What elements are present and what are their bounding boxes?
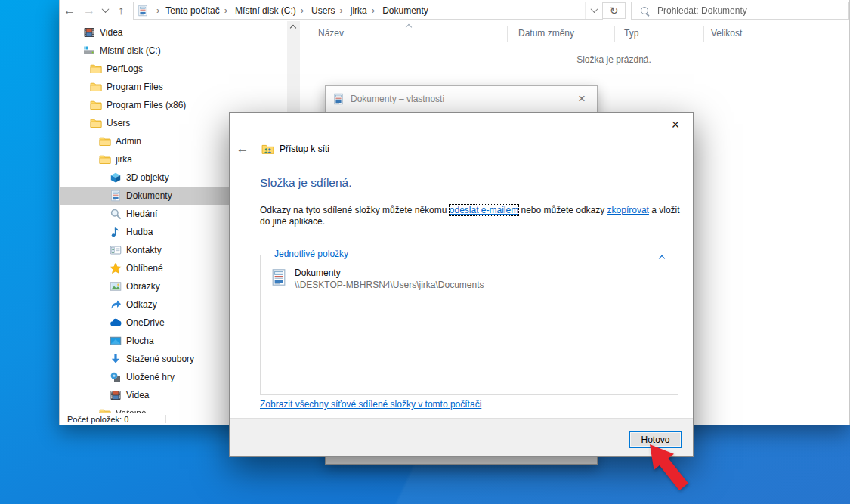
picture-icon bbox=[110, 280, 122, 292]
search-input[interactable] bbox=[656, 5, 848, 17]
navigation-toolbar: ← → ↑ › Tento počítač›Místní disk (C:)›U… bbox=[60, 0, 849, 20]
copy-link[interactable]: zkopírovat bbox=[607, 205, 649, 215]
breadcrumb-separator-icon: › bbox=[335, 5, 347, 17]
scroll-up-icon[interactable] bbox=[290, 25, 296, 31]
properties-dialog-title: Dokumenty – vlastnosti bbox=[351, 94, 567, 104]
group-label: Jednotlivé položky bbox=[268, 249, 354, 259]
film-icon bbox=[83, 26, 95, 39]
sidebar-item[interactable]: Místní disk (C:) bbox=[60, 42, 301, 60]
folder-icon bbox=[90, 81, 102, 93]
forward-button[interactable]: → bbox=[79, 2, 99, 20]
dialog-footer: Hotovo bbox=[230, 418, 693, 456]
folder-location-icon bbox=[137, 5, 149, 17]
breadcrumb-separator-icon: › bbox=[220, 5, 232, 17]
folder-icon bbox=[90, 63, 102, 75]
search-box[interactable] bbox=[631, 2, 849, 20]
documents-icon bbox=[332, 93, 345, 105]
breadcrumb-item[interactable]: Users› bbox=[310, 5, 349, 17]
folder-icon bbox=[99, 135, 111, 147]
refresh-button[interactable]: ↻ bbox=[603, 2, 626, 19]
show-all-shares-link[interactable]: Zobrazit všechny síťové sdílené složky v… bbox=[260, 399, 481, 410]
star-icon bbox=[110, 262, 122, 274]
link-icon bbox=[110, 298, 122, 311]
collapse-group-icon[interactable] bbox=[655, 250, 669, 264]
sidebar-item[interactable]: Program Files bbox=[60, 78, 301, 96]
empty-folder-message: Složka je prázdná. bbox=[379, 54, 849, 65]
column-headers: Název Datum změny Typ Velikost bbox=[303, 25, 849, 43]
film-icon bbox=[110, 389, 122, 401]
documents-icon bbox=[270, 267, 288, 287]
shared-item-path: \\DESKTOP-MBHRSN4\Users\jirka\Documents bbox=[295, 280, 484, 290]
drive-icon bbox=[83, 45, 95, 57]
send-email-link[interactable]: odeslat e-mailem bbox=[450, 205, 518, 215]
desktop-icon bbox=[110, 335, 122, 347]
folder-icon bbox=[90, 117, 102, 129]
breadcrumb-item[interactable]: Tento počítač› bbox=[164, 5, 233, 17]
annotation-arrow bbox=[635, 437, 703, 504]
folder-icon bbox=[90, 99, 102, 111]
breadcrumb-item[interactable]: Dokumenty› bbox=[381, 5, 430, 16]
back-icon[interactable]: ← bbox=[230, 141, 255, 156]
share-dialog-title: Přístup k síti bbox=[280, 144, 329, 154]
breadcrumb-separator-icon: › bbox=[296, 5, 308, 17]
recent-locations-dropdown-icon[interactable] bbox=[99, 2, 111, 20]
share-dialog-header: ← Přístup k síti bbox=[230, 138, 693, 159]
shared-item[interactable]: Dokumenty \\DESKTOP-MBHRSN4\Users\jirka\… bbox=[270, 267, 484, 290]
games-icon bbox=[110, 371, 122, 383]
sort-ascending-icon bbox=[406, 24, 412, 30]
doc-icon bbox=[110, 190, 122, 202]
properties-dialog-titlebar[interactable]: Dokumenty – vlastnosti × bbox=[326, 86, 597, 112]
individual-items-group: Jednotlivé položky Dokumenty \\DESKTOP-M… bbox=[260, 255, 678, 395]
share-heading: Složka je sdílená. bbox=[260, 176, 352, 190]
cube-icon bbox=[110, 172, 122, 184]
breadcrumb-separator-icon: › bbox=[152, 5, 164, 17]
close-icon[interactable]: × bbox=[666, 116, 685, 133]
share-dialog-titlebar[interactable]: × bbox=[230, 113, 693, 135]
search-icon bbox=[110, 208, 122, 220]
item-count: Počet položek: 0 bbox=[67, 415, 128, 424]
breadcrumb-item[interactable]: jirka› bbox=[349, 5, 381, 17]
cloud-icon bbox=[110, 317, 122, 329]
breadcrumb-separator-icon: › bbox=[367, 5, 379, 17]
network-access-dialog: × ← Přístup k síti Složka je sdílená. Od… bbox=[229, 112, 694, 457]
address-dropdown-icon[interactable] bbox=[585, 2, 602, 19]
sidebar-item[interactable]: PerfLogs bbox=[60, 60, 301, 78]
desktop-background: { "toolbar": { "back_icon": "←", "forwar… bbox=[0, 0, 850, 504]
download-icon bbox=[110, 353, 122, 365]
column-header-type[interactable]: Typ bbox=[624, 28, 638, 39]
folder-icon bbox=[99, 153, 111, 165]
contacts-icon bbox=[110, 244, 122, 256]
sidebar-item[interactable]: Videa bbox=[60, 23, 301, 42]
music-icon bbox=[110, 226, 122, 238]
search-icon bbox=[641, 7, 648, 14]
share-description: Odkazy na tyto sdílené složky můžete něk… bbox=[260, 205, 680, 227]
breadcrumb: Tento počítač›Místní disk (C:)›Users›jir… bbox=[164, 5, 585, 17]
address-bar[interactable]: › Tento počítač›Místní disk (C:)›Users›j… bbox=[133, 2, 603, 20]
breadcrumb-item[interactable]: Místní disk (C:)› bbox=[233, 5, 310, 17]
back-button[interactable]: ← bbox=[60, 2, 79, 20]
close-icon[interactable]: × bbox=[567, 91, 597, 107]
up-button[interactable]: ↑ bbox=[111, 2, 131, 20]
column-header-date[interactable]: Datum změny bbox=[518, 28, 574, 39]
column-header-name[interactable]: Název bbox=[318, 28, 344, 39]
column-header-size[interactable]: Velikost bbox=[711, 28, 742, 39]
shared-folder-icon bbox=[261, 143, 274, 156]
shared-item-name: Dokumenty bbox=[295, 267, 484, 278]
